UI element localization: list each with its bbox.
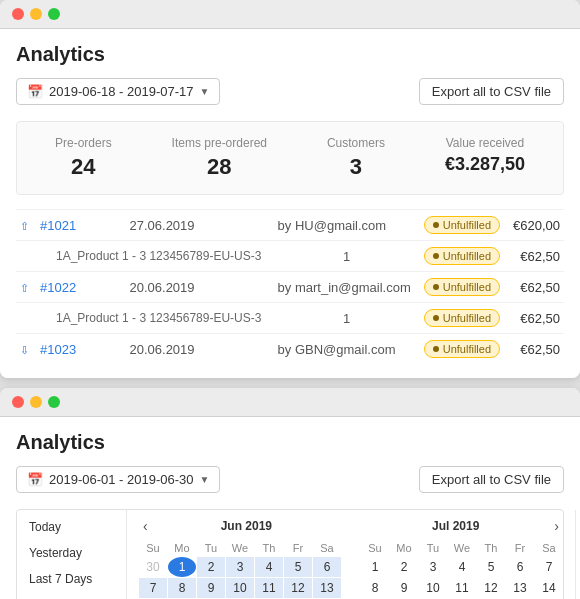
calendar-day[interactable]: 7 [139,578,167,598]
calendar-day[interactable]: 12 [477,578,505,598]
calendar-icon-2: 📅 [27,472,43,487]
product-status-dot [433,253,439,259]
value-label: Value received [445,136,525,150]
calendar-day[interactable]: 8 [168,578,196,598]
calendar-day[interactable]: 13 [313,578,341,598]
day-header: Fr [506,540,534,556]
calendar-day[interactable]: 8 [361,578,389,598]
calendar-day[interactable]: 2 [197,557,225,577]
order-date: 20.06.2019 [125,334,273,365]
stat-value: Value received €3.287,50 [445,136,525,180]
calendar-day[interactable]: 4 [255,557,283,577]
date-range-picker-1[interactable]: 📅 2019-06-18 - 2019-07-17 ▼ [16,78,220,105]
product-expand-icon [16,303,36,334]
titlebar-2 [0,388,580,417]
stat-pre-orders: Pre-orders 24 [55,136,112,180]
order-row: ⇧ #1021 27.06.2019 by HU@gmail.com Unful… [16,210,564,241]
calendar-june: ‹ Jun 2019 SuMoTuWeThFrSa301234567891011… [139,518,341,599]
maximize-button[interactable] [48,8,60,20]
status-label: Unfulfilled [443,281,491,293]
preset-item-last-30-days[interactable]: Last 30 Days [17,592,126,599]
order-status: Unfulfilled [420,210,507,241]
calendar-day[interactable]: 10 [226,578,254,598]
calendar-day[interactable]: 7 [535,557,563,577]
order-status: Unfulfilled [420,334,507,365]
day-header: Su [361,540,389,556]
calendar-day[interactable]: 9 [390,578,418,598]
order-row: ⇧ #1022 20.06.2019 by mart_in@gmail.com … [16,272,564,303]
next-month-button[interactable]: › [550,518,563,534]
date-range-picker-2[interactable]: 📅 2019-06-01 - 2019-06-30 ▼ [16,466,220,493]
prev-month-button[interactable]: ‹ [139,518,152,534]
calendar-day[interactable]: 4 [448,557,476,577]
order-id[interactable]: #1022 [36,272,125,303]
order-date: 27.06.2019 [125,210,273,241]
preset-item-last-7-days[interactable]: Last 7 Days [17,566,126,592]
calendar-day[interactable]: 6 [313,557,341,577]
product-name: 1A_Product 1 - 3 123456789-EU-US-3 [36,241,274,272]
calendar-day[interactable]: 3 [226,557,254,577]
calendar-day[interactable]: 5 [284,557,312,577]
value-value: €3.287,50 [445,154,525,175]
order-email: by GBN@gmail.com [274,334,420,365]
calendar-day[interactable]: 11 [448,578,476,598]
items-value: 28 [172,154,267,180]
calendar-day[interactable]: 13 [506,578,534,598]
close-button[interactable] [12,8,24,20]
expand-icon[interactable]: ⇧ [16,210,36,241]
chevron-down-icon-2: ▼ [200,474,210,485]
maximize-button-2[interactable] [48,396,60,408]
expand-icon[interactable]: ⇩ [16,334,36,365]
export-button-2[interactable]: Export all to CSV file [419,466,564,493]
stat-customers: Customers 3 [327,136,385,180]
calendar-day[interactable]: 9 [197,578,225,598]
order-amount: €62,50 [507,334,564,365]
calendar-day[interactable]: 30 [139,557,167,577]
calendar-day[interactable]: 14 [535,578,563,598]
calendar-day[interactable]: 2 [390,557,418,577]
export-button-1[interactable]: Export all to CSV file [419,78,564,105]
customers-label: Customers [327,136,385,150]
order-amount: €62,50 [507,272,564,303]
day-header: Fr [284,540,312,556]
calendar-day[interactable]: 1 [168,557,196,577]
page-title-1: Analytics [16,43,564,66]
day-header: Tu [197,540,225,556]
product-amount: €62,50 [507,241,564,272]
preset-item-yesterday[interactable]: Yesterday [17,540,126,566]
product-qty: 1 [274,241,420,272]
calendar-day[interactable]: 6 [506,557,534,577]
day-header: We [448,540,476,556]
status-dot [433,346,439,352]
calendar-day[interactable]: 11 [255,578,283,598]
calendar-day[interactable]: 1 [361,557,389,577]
close-button-2[interactable] [12,396,24,408]
june-title: Jun 2019 [152,519,341,533]
calendar-day[interactable]: 12 [284,578,312,598]
day-header: Mo [168,540,196,556]
preset-item-today[interactable]: Today [17,514,126,540]
calendar-day[interactable]: 10 [419,578,447,598]
date-presets: TodayYesterdayLast 7 DaysLast 30 DaysThi… [17,510,127,599]
minimize-button[interactable] [30,8,42,20]
day-header: Sa [535,540,563,556]
product-status-label: Unfulfilled [443,312,491,324]
product-row: 1A_Product 1 - 3 123456789-EU-US-3 1 Unf… [16,303,564,334]
product-qty: 1 [274,303,420,334]
top-bar-1: 📅 2019-06-18 - 2019-07-17 ▼ Export all t… [16,78,564,105]
order-id[interactable]: #1023 [36,334,125,365]
product-expand-icon [16,241,36,272]
calendar-day[interactable]: 3 [419,557,447,577]
product-status-dot [433,315,439,321]
order-amount: €620,00 [507,210,564,241]
order-row: ⇩ #1023 20.06.2019 by GBN@gmail.com Unfu… [16,334,564,365]
expand-icon[interactable]: ⇧ [16,272,36,303]
window-2: Analytics 📅 2019-06-01 - 2019-06-30 ▼ Ex… [0,388,580,599]
minimize-button-2[interactable] [30,396,42,408]
orders-table-1: ⇧ #1021 27.06.2019 by HU@gmail.com Unful… [16,209,564,364]
product-amount: €62,50 [507,303,564,334]
order-id[interactable]: #1021 [36,210,125,241]
day-header: We [226,540,254,556]
order-date: 20.06.2019 [125,272,273,303]
calendar-day[interactable]: 5 [477,557,505,577]
